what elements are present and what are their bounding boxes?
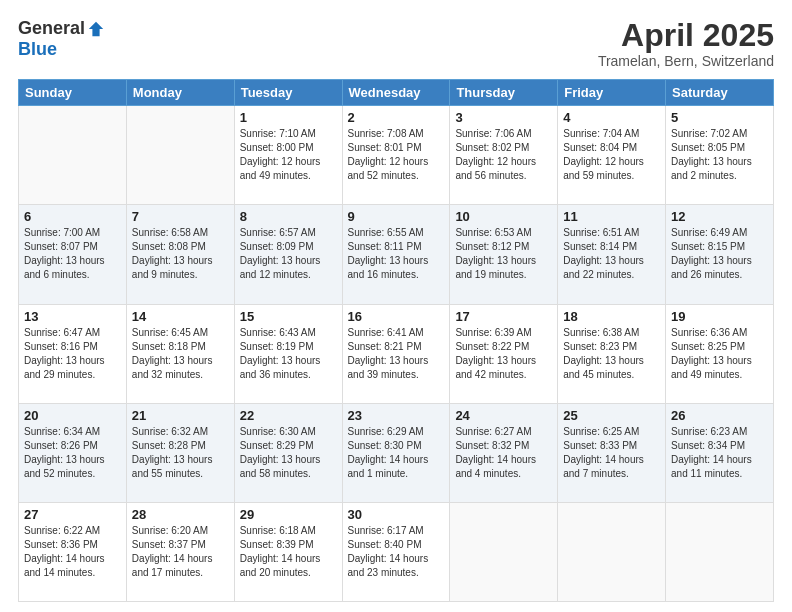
day-number: 3 bbox=[455, 110, 552, 125]
day-info: Sunrise: 6:51 AM Sunset: 8:14 PM Dayligh… bbox=[563, 226, 660, 282]
logo-blue-text: Blue bbox=[18, 39, 57, 60]
calendar-header-monday: Monday bbox=[126, 80, 234, 106]
day-number: 4 bbox=[563, 110, 660, 125]
day-number: 7 bbox=[132, 209, 229, 224]
day-info: Sunrise: 7:04 AM Sunset: 8:04 PM Dayligh… bbox=[563, 127, 660, 183]
calendar-cell: 17Sunrise: 6:39 AM Sunset: 8:22 PM Dayli… bbox=[450, 304, 558, 403]
calendar-cell: 20Sunrise: 6:34 AM Sunset: 8:26 PM Dayli… bbox=[19, 403, 127, 502]
calendar-cell: 3Sunrise: 7:06 AM Sunset: 8:02 PM Daylig… bbox=[450, 106, 558, 205]
calendar-cell: 29Sunrise: 6:18 AM Sunset: 8:39 PM Dayli… bbox=[234, 502, 342, 601]
calendar-cell: 27Sunrise: 6:22 AM Sunset: 8:36 PM Dayli… bbox=[19, 502, 127, 601]
day-info: Sunrise: 6:34 AM Sunset: 8:26 PM Dayligh… bbox=[24, 425, 121, 481]
day-info: Sunrise: 6:57 AM Sunset: 8:09 PM Dayligh… bbox=[240, 226, 337, 282]
day-number: 17 bbox=[455, 309, 552, 324]
day-number: 22 bbox=[240, 408, 337, 423]
day-number: 6 bbox=[24, 209, 121, 224]
day-number: 28 bbox=[132, 507, 229, 522]
calendar-cell: 25Sunrise: 6:25 AM Sunset: 8:33 PM Dayli… bbox=[558, 403, 666, 502]
day-info: Sunrise: 6:23 AM Sunset: 8:34 PM Dayligh… bbox=[671, 425, 768, 481]
day-info: Sunrise: 6:53 AM Sunset: 8:12 PM Dayligh… bbox=[455, 226, 552, 282]
calendar-week-row: 6Sunrise: 7:00 AM Sunset: 8:07 PM Daylig… bbox=[19, 205, 774, 304]
day-number: 26 bbox=[671, 408, 768, 423]
day-number: 14 bbox=[132, 309, 229, 324]
calendar-cell bbox=[558, 502, 666, 601]
day-number: 30 bbox=[348, 507, 445, 522]
day-info: Sunrise: 6:39 AM Sunset: 8:22 PM Dayligh… bbox=[455, 326, 552, 382]
day-number: 21 bbox=[132, 408, 229, 423]
day-info: Sunrise: 7:08 AM Sunset: 8:01 PM Dayligh… bbox=[348, 127, 445, 183]
day-info: Sunrise: 6:29 AM Sunset: 8:30 PM Dayligh… bbox=[348, 425, 445, 481]
day-info: Sunrise: 6:20 AM Sunset: 8:37 PM Dayligh… bbox=[132, 524, 229, 580]
day-info: Sunrise: 6:30 AM Sunset: 8:29 PM Dayligh… bbox=[240, 425, 337, 481]
day-info: Sunrise: 6:38 AM Sunset: 8:23 PM Dayligh… bbox=[563, 326, 660, 382]
day-info: Sunrise: 6:32 AM Sunset: 8:28 PM Dayligh… bbox=[132, 425, 229, 481]
day-number: 15 bbox=[240, 309, 337, 324]
day-number: 9 bbox=[348, 209, 445, 224]
day-info: Sunrise: 6:22 AM Sunset: 8:36 PM Dayligh… bbox=[24, 524, 121, 580]
page: General Blue April 2025 Tramelan, Bern, … bbox=[0, 0, 792, 612]
calendar-week-row: 27Sunrise: 6:22 AM Sunset: 8:36 PM Dayli… bbox=[19, 502, 774, 601]
day-info: Sunrise: 6:18 AM Sunset: 8:39 PM Dayligh… bbox=[240, 524, 337, 580]
day-info: Sunrise: 7:02 AM Sunset: 8:05 PM Dayligh… bbox=[671, 127, 768, 183]
day-number: 29 bbox=[240, 507, 337, 522]
calendar-cell: 1Sunrise: 7:10 AM Sunset: 8:00 PM Daylig… bbox=[234, 106, 342, 205]
calendar-header-saturday: Saturday bbox=[666, 80, 774, 106]
calendar-cell: 8Sunrise: 6:57 AM Sunset: 8:09 PM Daylig… bbox=[234, 205, 342, 304]
calendar-week-row: 1Sunrise: 7:10 AM Sunset: 8:00 PM Daylig… bbox=[19, 106, 774, 205]
day-number: 16 bbox=[348, 309, 445, 324]
day-number: 19 bbox=[671, 309, 768, 324]
calendar-cell: 26Sunrise: 6:23 AM Sunset: 8:34 PM Dayli… bbox=[666, 403, 774, 502]
day-info: Sunrise: 6:55 AM Sunset: 8:11 PM Dayligh… bbox=[348, 226, 445, 282]
calendar-week-row: 20Sunrise: 6:34 AM Sunset: 8:26 PM Dayli… bbox=[19, 403, 774, 502]
logo-icon bbox=[87, 20, 105, 38]
calendar-cell: 22Sunrise: 6:30 AM Sunset: 8:29 PM Dayli… bbox=[234, 403, 342, 502]
day-number: 8 bbox=[240, 209, 337, 224]
day-info: Sunrise: 7:10 AM Sunset: 8:00 PM Dayligh… bbox=[240, 127, 337, 183]
calendar-cell bbox=[19, 106, 127, 205]
calendar-cell: 7Sunrise: 6:58 AM Sunset: 8:08 PM Daylig… bbox=[126, 205, 234, 304]
calendar-cell: 13Sunrise: 6:47 AM Sunset: 8:16 PM Dayli… bbox=[19, 304, 127, 403]
calendar-cell: 21Sunrise: 6:32 AM Sunset: 8:28 PM Dayli… bbox=[126, 403, 234, 502]
calendar-week-row: 13Sunrise: 6:47 AM Sunset: 8:16 PM Dayli… bbox=[19, 304, 774, 403]
logo: General Blue bbox=[18, 18, 105, 60]
day-number: 24 bbox=[455, 408, 552, 423]
calendar-cell bbox=[450, 502, 558, 601]
calendar-cell: 5Sunrise: 7:02 AM Sunset: 8:05 PM Daylig… bbox=[666, 106, 774, 205]
day-number: 27 bbox=[24, 507, 121, 522]
day-number: 13 bbox=[24, 309, 121, 324]
calendar-cell: 6Sunrise: 7:00 AM Sunset: 8:07 PM Daylig… bbox=[19, 205, 127, 304]
svg-marker-0 bbox=[89, 21, 103, 35]
calendar-cell: 14Sunrise: 6:45 AM Sunset: 8:18 PM Dayli… bbox=[126, 304, 234, 403]
day-number: 25 bbox=[563, 408, 660, 423]
day-number: 10 bbox=[455, 209, 552, 224]
calendar-cell: 10Sunrise: 6:53 AM Sunset: 8:12 PM Dayli… bbox=[450, 205, 558, 304]
day-info: Sunrise: 6:41 AM Sunset: 8:21 PM Dayligh… bbox=[348, 326, 445, 382]
calendar-cell: 23Sunrise: 6:29 AM Sunset: 8:30 PM Dayli… bbox=[342, 403, 450, 502]
calendar-cell bbox=[666, 502, 774, 601]
calendar-cell: 12Sunrise: 6:49 AM Sunset: 8:15 PM Dayli… bbox=[666, 205, 774, 304]
logo-general-text: General bbox=[18, 18, 85, 39]
header: General Blue April 2025 Tramelan, Bern, … bbox=[18, 18, 774, 69]
day-info: Sunrise: 6:36 AM Sunset: 8:25 PM Dayligh… bbox=[671, 326, 768, 382]
subtitle: Tramelan, Bern, Switzerland bbox=[598, 53, 774, 69]
day-info: Sunrise: 6:58 AM Sunset: 8:08 PM Dayligh… bbox=[132, 226, 229, 282]
calendar-cell: 15Sunrise: 6:43 AM Sunset: 8:19 PM Dayli… bbox=[234, 304, 342, 403]
day-info: Sunrise: 7:06 AM Sunset: 8:02 PM Dayligh… bbox=[455, 127, 552, 183]
day-info: Sunrise: 6:17 AM Sunset: 8:40 PM Dayligh… bbox=[348, 524, 445, 580]
calendar-cell: 18Sunrise: 6:38 AM Sunset: 8:23 PM Dayli… bbox=[558, 304, 666, 403]
day-info: Sunrise: 6:43 AM Sunset: 8:19 PM Dayligh… bbox=[240, 326, 337, 382]
calendar-cell: 19Sunrise: 6:36 AM Sunset: 8:25 PM Dayli… bbox=[666, 304, 774, 403]
calendar-cell: 28Sunrise: 6:20 AM Sunset: 8:37 PM Dayli… bbox=[126, 502, 234, 601]
calendar-cell: 4Sunrise: 7:04 AM Sunset: 8:04 PM Daylig… bbox=[558, 106, 666, 205]
calendar-cell: 30Sunrise: 6:17 AM Sunset: 8:40 PM Dayli… bbox=[342, 502, 450, 601]
day-number: 1 bbox=[240, 110, 337, 125]
calendar-cell bbox=[126, 106, 234, 205]
day-number: 11 bbox=[563, 209, 660, 224]
calendar-cell: 11Sunrise: 6:51 AM Sunset: 8:14 PM Dayli… bbox=[558, 205, 666, 304]
calendar-header-sunday: Sunday bbox=[19, 80, 127, 106]
calendar-cell: 2Sunrise: 7:08 AM Sunset: 8:01 PM Daylig… bbox=[342, 106, 450, 205]
day-number: 12 bbox=[671, 209, 768, 224]
day-info: Sunrise: 7:00 AM Sunset: 8:07 PM Dayligh… bbox=[24, 226, 121, 282]
day-number: 23 bbox=[348, 408, 445, 423]
calendar-table: SundayMondayTuesdayWednesdayThursdayFrid… bbox=[18, 79, 774, 602]
